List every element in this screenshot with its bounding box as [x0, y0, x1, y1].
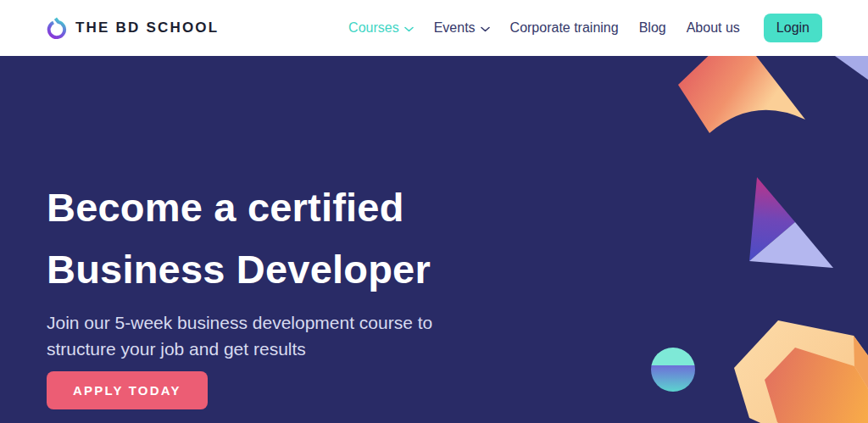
- page: THE BD SCHOOL Courses Events Corporate t…: [0, 0, 868, 423]
- hero-subtitle: Join our 5-week business development cou…: [47, 309, 452, 363]
- nav-item-events-label: Events: [434, 20, 476, 36]
- hero-section: Become a certified Business Developer Jo…: [0, 56, 868, 423]
- apply-today-button[interactable]: APPLY TODAY: [47, 371, 208, 409]
- nav-item-blog-label: Blog: [639, 20, 666, 36]
- main-nav: Courses Events Corporate training Blog A…: [348, 14, 822, 42]
- hero-content: Become a certified Business Developer Jo…: [47, 176, 452, 409]
- nav-item-blog[interactable]: Blog: [639, 20, 666, 36]
- decor-hexagon: [734, 320, 868, 423]
- nav-item-courses[interactable]: Courses: [348, 20, 414, 36]
- brand-logo-link[interactable]: THE BD SCHOOL: [47, 16, 219, 40]
- decor-gradient-triangle: [749, 177, 795, 261]
- brand-name: THE BD SCHOOL: [75, 19, 219, 36]
- hero-title-line2: Business Developer: [47, 238, 452, 300]
- decor-circle: [649, 346, 697, 393]
- decor-light-triangle: [749, 222, 833, 268]
- nav-item-about-us-label: About us: [687, 20, 740, 36]
- login-button[interactable]: Login: [764, 14, 822, 42]
- bd-school-logo-icon: [47, 16, 67, 40]
- chevron-down-icon: [404, 26, 414, 32]
- nav-item-about-us[interactable]: About us: [687, 20, 740, 36]
- top-navbar: THE BD SCHOOL Courses Events Corporate t…: [0, 0, 868, 56]
- hero-title: Become a certified Business Developer: [47, 176, 452, 301]
- nav-item-corporate-training-label: Corporate training: [510, 20, 619, 36]
- hero-title-line1: Become a certified: [47, 176, 452, 238]
- chevron-down-icon: [481, 26, 490, 32]
- nav-item-courses-label: Courses: [348, 20, 399, 36]
- decor-wedge-shape: [678, 56, 805, 133]
- nav-item-events[interactable]: Events: [434, 20, 490, 36]
- nav-item-corporate-training[interactable]: Corporate training: [510, 20, 619, 36]
- decor-corner-triangle: [835, 56, 868, 80]
